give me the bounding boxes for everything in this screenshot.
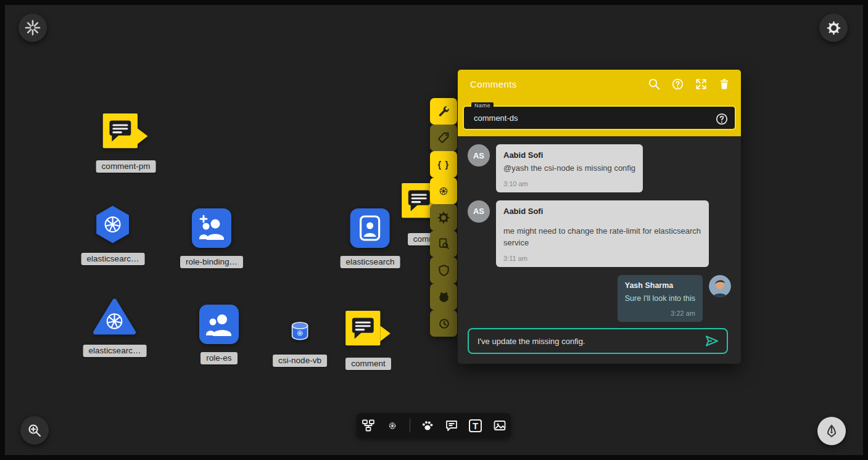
node-label: role-es — [200, 352, 237, 364]
gear-icon — [437, 212, 450, 224]
node-elasticsearch-triangle[interactable]: elasticsearc… — [83, 297, 147, 357]
inspect-doc-icon — [437, 237, 450, 250]
kubernetes-icon — [436, 183, 452, 199]
chat-message: AS Aabid Sofi @yash the csi-node is miss… — [468, 144, 731, 192]
storage-cylinder-icon — [289, 321, 311, 342]
node-label: elasticsearc… — [83, 345, 147, 357]
name-field-section: Name — [458, 98, 741, 136]
tag-icon — [437, 131, 450, 144]
comments-panel-header: Comments — [458, 70, 741, 98]
message-author: Aabid Sofi — [503, 207, 701, 216]
help-icon[interactable] — [671, 77, 684, 91]
chat-input-section — [458, 322, 741, 364]
github-button[interactable] — [430, 284, 457, 310]
chat-message: Yash Sharma Sure I'll look into this 3:2… — [468, 275, 731, 322]
node-elasticsearch-hexagon[interactable]: elasticsearc… — [81, 204, 145, 265]
message-bubble: Aabid Sofi me might need to change the r… — [496, 200, 709, 267]
message-text: @yash the csi-node is missing config — [503, 163, 635, 175]
message-time: 3:10 am — [503, 180, 635, 187]
panel-title: Comments — [470, 79, 647, 89]
name-input[interactable] — [473, 113, 710, 123]
comment-icon[interactable] — [445, 419, 458, 432]
chat-message: AS Aabid Sofi me might need to change th… — [468, 200, 731, 267]
bottom-dock: T — [357, 413, 511, 438]
comment-node-icon — [102, 113, 149, 152]
message-bubble: Aabid Sofi @yash the csi-node is missing… — [496, 144, 643, 192]
kubernetes-button[interactable] — [430, 178, 457, 204]
gear-icon — [827, 21, 841, 35]
braces-button[interactable]: { } — [430, 151, 457, 178]
node-role-binding[interactable]: role-binding… — [180, 208, 243, 268]
kubernetes-hexagon-icon — [93, 204, 133, 245]
service-account-icon — [350, 208, 390, 248]
braces-icon: { } — [438, 159, 450, 170]
node-comment-pm[interactable]: comment-pm — [96, 113, 156, 173]
shield-icon — [437, 264, 450, 277]
topology-icon[interactable] — [362, 419, 375, 432]
message-text: me might need to change the rate-limit f… — [503, 226, 701, 249]
chat-message-list[interactable]: AS Aabid Sofi @yash the csi-node is miss… — [458, 136, 741, 322]
avatar-initials: AS — [468, 144, 490, 166]
settings-button[interactable] — [819, 14, 848, 42]
search-icon[interactable] — [647, 77, 661, 91]
text-tool-icon[interactable]: T — [469, 419, 482, 432]
node-label: comment — [345, 358, 391, 370]
pen-nib-icon — [824, 424, 839, 438]
help-icon[interactable] — [715, 112, 729, 126]
chat-input[interactable] — [476, 336, 700, 347]
zoom-in-icon — [27, 423, 42, 438]
node-label: elasticsearc… — [81, 253, 145, 265]
tag-button[interactable] — [430, 125, 457, 151]
inspect-button[interactable] — [430, 231, 457, 257]
node-csi-node-vb[interactable]: csi-node-vb — [273, 321, 327, 367]
send-icon[interactable] — [705, 334, 719, 348]
avatar-photo — [709, 275, 731, 297]
text-tool-label: T — [469, 419, 482, 432]
github-icon — [437, 290, 450, 303]
message-bubble: Yash Sharma Sure I'll look into this 3:2… — [618, 275, 703, 322]
chat-input-box[interactable] — [468, 328, 728, 354]
avatar-initials: AS — [468, 200, 490, 223]
node-comment[interactable]: comment — [345, 310, 392, 370]
wrench-button[interactable] — [430, 98, 457, 125]
name-field-label: Name — [471, 102, 494, 109]
message-author: Yash Sharma — [625, 281, 695, 290]
flower-logo-icon — [23, 18, 42, 37]
node-elasticsearch-serviceaccount[interactable]: elasticsearch — [341, 208, 400, 268]
role-icon — [199, 305, 239, 344]
node-role-es[interactable]: role-es — [199, 305, 239, 364]
comments-panel: Comments — [458, 70, 741, 364]
expand-icon[interactable] — [694, 77, 708, 91]
config-button[interactable] — [430, 204, 457, 231]
node-action-toolbar: { } — [430, 98, 457, 337]
pen-tool-button[interactable] — [817, 417, 846, 445]
kubernetes-triangle-icon — [93, 297, 136, 335]
shield-button[interactable] — [430, 257, 457, 284]
message-author: Aabid Sofi — [503, 150, 635, 160]
canvas-stage[interactable]: comment-pm elasticsearc… role-binding… — [0, 0, 868, 460]
delete-icon[interactable] — [717, 77, 731, 91]
dock-divider — [410, 419, 410, 432]
paw-icon[interactable] — [421, 419, 434, 432]
app-logo-button[interactable] — [19, 14, 47, 42]
media-icon[interactable] — [493, 419, 506, 432]
node-label: elasticsearch — [341, 256, 400, 268]
name-field[interactable]: Name — [463, 105, 736, 130]
message-time: 3:11 am — [503, 255, 701, 262]
zoom-button[interactable] — [20, 416, 49, 445]
node-label: comment-pm — [96, 160, 156, 173]
comment-node-icon — [345, 310, 392, 350]
node-label: csi-node-vb — [273, 355, 327, 367]
history-icon — [437, 317, 450, 330]
node-label: role-binding… — [180, 256, 243, 268]
message-time: 3:22 am — [625, 310, 695, 317]
kubernetes-icon[interactable] — [386, 419, 399, 432]
message-text: Sure I'll look into this — [625, 293, 695, 304]
history-button[interactable] — [430, 310, 457, 337]
wrench-icon — [437, 105, 450, 118]
role-binding-icon — [192, 208, 231, 248]
